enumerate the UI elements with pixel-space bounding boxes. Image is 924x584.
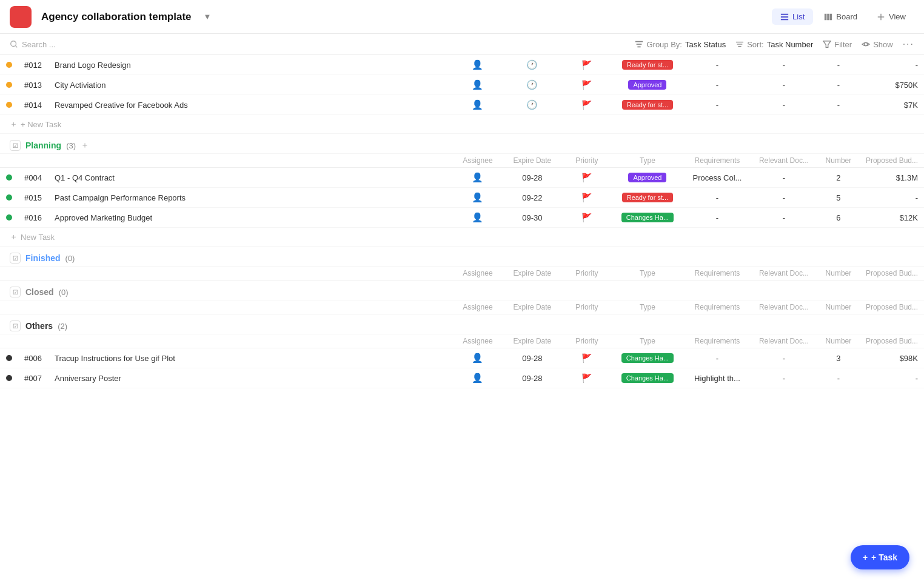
assignee-icon[interactable]: 👤 [472, 353, 483, 363]
sort-value: Task Number [767, 40, 814, 49]
assignee-icon[interactable]: 👤 [472, 172, 483, 182]
new-task-row-planning[interactable]: ＋ New Task [0, 228, 924, 247]
section-count-others: (2) [58, 322, 67, 331]
task-name[interactable]: Past Campaign Performance Reports [49, 188, 454, 208]
sort-label: Sort: [747, 40, 763, 49]
title-dropdown-icon[interactable]: ▼ [204, 12, 212, 21]
assignee-icon[interactable]: 👤 [472, 192, 483, 202]
priority-flag: 🚩 [581, 193, 592, 202]
assignee-icon[interactable]: 👤 [472, 59, 483, 70]
filter-label: Filter [834, 40, 852, 49]
status-badge: Changes Ha... [621, 213, 674, 222]
status-dot [6, 82, 12, 88]
group-by-button[interactable]: Group By: Task Status [635, 40, 726, 49]
view-tabs: List Board View [772, 8, 914, 25]
clock-icon: 🕐 [526, 79, 538, 90]
task-id: #004 [18, 168, 49, 188]
col-header-expire: Expire Date [502, 300, 563, 314]
tab-board[interactable]: Board [815, 8, 866, 25]
assignee-icon[interactable]: 👤 [472, 99, 483, 110]
tab-list[interactable]: List [772, 8, 813, 25]
budget-cell: $7K [860, 95, 924, 115]
section-toggle-planning[interactable]: ☑ [10, 140, 21, 151]
number-cell: - [817, 75, 860, 95]
col-header-priority: Priority [563, 267, 611, 280]
fab-label: + Task [871, 552, 897, 562]
status-dot [6, 102, 12, 108]
plus-icon: ＋ [10, 231, 18, 242]
status-badge: Approved [628, 80, 666, 90]
task-name[interactable]: Anniversary Poster [49, 368, 454, 388]
svg-rect-3 [825, 13, 827, 20]
plus-icon: ＋ [10, 119, 18, 130]
number-cell: - [817, 55, 860, 75]
show-button[interactable]: Show [862, 40, 893, 49]
task-name[interactable]: City Activiation [49, 75, 454, 95]
svg-rect-5 [830, 13, 832, 20]
sort-button[interactable]: Sort: Task Number [735, 40, 813, 49]
section-toggle-others[interactable]: ☑ [10, 320, 21, 331]
svg-rect-2 [781, 19, 788, 20]
col-header-number: Number [817, 154, 860, 168]
assignee-icon[interactable]: 👤 [472, 79, 483, 90]
task-name[interactable]: Brand Logo Redesign [49, 55, 454, 75]
svg-rect-12 [638, 47, 641, 48]
filter-icon [823, 40, 831, 48]
col-header-number: Number [817, 267, 860, 280]
svg-point-8 [11, 41, 16, 47]
status-dot [6, 62, 12, 68]
table-row: #014 Revamped Creative for Facebook Ads … [0, 95, 924, 115]
task-table: #012 Brand Logo Redesign 👤 🕐 🚩 Ready for… [0, 55, 924, 388]
task-id: #014 [18, 95, 49, 115]
priority-flag: 🚩 [581, 373, 592, 383]
section-toggle-closed[interactable]: ☑ [10, 287, 21, 297]
new-task-button-planning[interactable]: ＋ New Task [10, 231, 914, 242]
group-by-icon [635, 40, 643, 48]
task-id: #013 [18, 75, 49, 95]
new-task-row[interactable]: ＋ + New Task [0, 115, 924, 134]
assignee-icon[interactable]: 👤 [472, 373, 483, 383]
task-name[interactable]: Tracup Instructions for Use gif Plot [49, 348, 454, 368]
col-header-reldoc: Relevant Doc... [751, 267, 817, 280]
expire-date-cell: 09-28 [502, 368, 563, 388]
status-badge: Changes Ha... [621, 353, 674, 363]
section-count-closed: (0) [59, 288, 69, 297]
priority-flag: 🚩 [581, 353, 592, 363]
task-id: #007 [18, 368, 49, 388]
table-row: #006 Tracup Instructions for Use gif Plo… [0, 348, 924, 368]
col-header-priority: Priority [563, 154, 611, 168]
svg-marker-16 [823, 41, 831, 48]
status-badge: Ready for st... [622, 100, 673, 110]
add-task-fab[interactable]: + + Task [851, 545, 909, 569]
budget-cell: $750K [860, 75, 924, 95]
search-placeholder[interactable]: Search ... [22, 40, 56, 49]
priority-flag: 🚩 [581, 100, 592, 110]
status-badge: Changes Ha... [621, 373, 674, 383]
number-cell: 2 [817, 168, 860, 188]
task-name[interactable]: Q1 - Q4 Contract [49, 168, 454, 188]
section-count-planning: (3) [66, 141, 76, 150]
col-header-req: Requirements [684, 300, 751, 314]
more-options-button[interactable]: ··· [903, 39, 914, 50]
assignee-icon[interactable]: 👤 [472, 212, 483, 222]
app-title: Agency collaboration template [41, 11, 192, 23]
section-add-planning[interactable]: ＋ [81, 140, 89, 151]
number-cell: 3 [817, 348, 860, 368]
col-header-budget: Proposed Bud... [860, 300, 924, 314]
requirements-cell: - [684, 55, 751, 75]
priority-flag: 🚩 [581, 80, 592, 90]
number-cell: 6 [817, 208, 860, 228]
tab-view[interactable]: View [868, 8, 914, 25]
task-name[interactable]: Revamped Creative for Facebook Ads [49, 95, 454, 115]
svg-rect-11 [637, 44, 642, 45]
task-id: #012 [18, 55, 49, 75]
new-task-button[interactable]: ＋ + New Task [10, 119, 914, 130]
list-icon [780, 13, 789, 21]
section-toggle-finished[interactable]: ☑ [10, 253, 21, 264]
section-closed: ☑ Closed (0) [0, 280, 924, 300]
filter-button[interactable]: Filter [823, 40, 852, 49]
group-by-label: Group By: [646, 40, 682, 49]
task-name[interactable]: Approved Marketing Budget [49, 208, 454, 228]
toolbar: Search ... Group By: Task Status Sort: T… [0, 34, 924, 55]
col-header-expire: Expire Date [502, 154, 563, 168]
